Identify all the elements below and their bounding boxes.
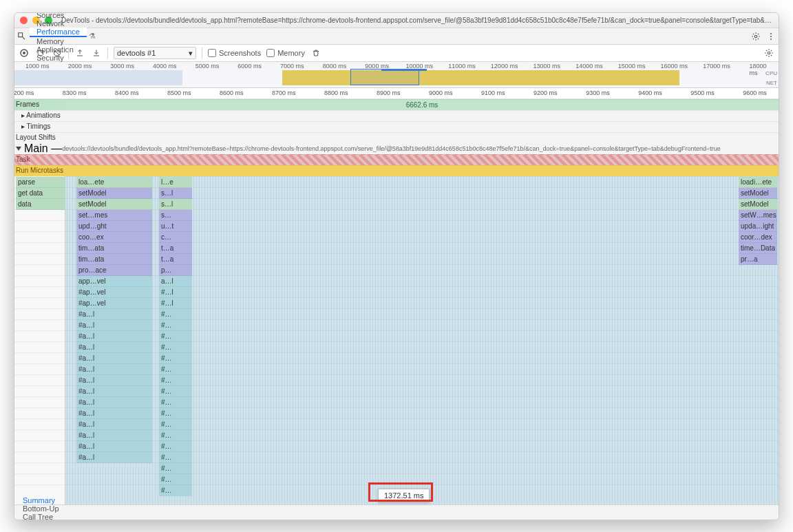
flame-row[interactable]: app…vela…l [14,275,779,286]
flame-cell[interactable]: #…l [159,287,192,298]
details-tab-summary[interactable]: Summary [14,496,67,504]
flame-cell[interactable]: setW…mes [739,210,777,221]
flame-cell[interactable]: #a…l [76,353,152,364]
flame-cell[interactable]: c… [159,232,192,243]
flame-cell[interactable]: s… [159,210,192,221]
flame-row[interactable]: #a…l#… [14,319,779,330]
memory-checkbox[interactable]: Memory [266,49,305,57]
flame-cell[interactable]: #… [159,353,192,364]
flame-cell[interactable]: #a…l [76,419,152,430]
flame-cell[interactable]: coor…dex [739,232,777,243]
tab-network[interactable]: Network [30,19,87,28]
flame-row[interactable]: #… [14,474,779,485]
flame-row[interactable]: #a…l#… [14,374,779,385]
flame-cell[interactable]: parse [16,177,65,188]
flame-row[interactable]: parseloa…etel…eloadi…ete [14,176,779,187]
flame-cell[interactable]: #ap…vel [76,287,152,298]
flame-row[interactable]: #a…l#… [14,363,779,374]
flame-cell[interactable]: #a…l [76,430,152,441]
flame-cell[interactable]: #a…l [76,386,152,397]
flame-cell[interactable]: pro…ace [76,265,152,276]
flame-cell[interactable]: #… [159,430,192,441]
layout-shifts-track[interactable]: Layout Shifts [14,132,779,143]
animations-track[interactable]: ▸ Animations [14,110,779,121]
flame-row[interactable]: #a…l#… [14,308,779,319]
flame-row[interactable]: #a…l#… [14,407,779,418]
flame-cell[interactable]: s…l [159,188,192,199]
flame-cell[interactable]: set…mes [76,210,152,221]
flame-row[interactable]: #a…l#… [14,440,779,451]
flame-cell[interactable]: #… [159,386,192,397]
flame-cell[interactable]: #… [159,441,192,452]
reload-icon[interactable] [35,47,46,58]
flame-cell[interactable]: #a…l [76,331,152,342]
flame-cell[interactable]: #… [159,309,192,320]
flame-cell[interactable]: #a…l [76,375,152,386]
trash-icon[interactable] [310,47,321,58]
flame-cell[interactable]: get data [16,188,65,199]
flame-row[interactable]: set…mess…setW…mes [14,209,779,220]
tab-sources[interactable]: Sources [30,12,87,19]
flame-row[interactable]: #ap…vel#…l [14,297,779,308]
flame-cell[interactable]: #a…l [76,408,152,419]
flame-cell[interactable]: #… [159,474,192,485]
download-icon[interactable] [91,47,102,58]
flame-cell[interactable]: setModel [76,199,152,210]
flame-cell[interactable]: #… [159,419,192,430]
flame-cell[interactable]: #… [159,331,192,342]
flame-cell[interactable]: data [16,199,65,210]
flame-row[interactable]: tim…atat…atime…Data [14,242,779,253]
flame-cell[interactable]: #ap…vel [76,298,152,309]
flame-cell[interactable]: #… [159,342,192,353]
flame-row[interactable]: pro…acep… [14,264,779,275]
flame-cell[interactable]: a…l [159,276,192,287]
details-tab-call-tree[interactable]: Call Tree [14,513,67,521]
profile-dropdown[interactable]: devtools #1 ▾ [114,47,196,59]
details-tab-bottom-up[interactable]: Bottom-Up [14,504,67,513]
upload-icon[interactable] [74,47,85,58]
flame-cell[interactable]: #…l [159,298,192,309]
flame-cell[interactable]: p… [159,265,192,276]
flame-cell[interactable]: tim…ata [76,254,152,265]
main-thread-header[interactable]: Main — devtools://devtools/bundled/devto… [14,143,779,154]
panel-settings-icon[interactable] [763,47,774,58]
flame-cell[interactable]: loa…ete [76,177,152,188]
flame-row[interactable]: #a…l#… [14,451,779,462]
flame-chart[interactable]: Frames 6662.6 ms ▸ Animations ▸ Timings … [14,99,779,515]
flame-cell[interactable]: coo…ex [76,232,152,243]
flame-row[interactable]: get datasetModels…lsetModel [14,187,779,198]
screenshots-checkbox[interactable]: Screenshots [208,49,261,57]
flame-row[interactable]: #a…l#… [14,396,779,407]
flame-cell[interactable]: #… [159,452,192,463]
flame-cell[interactable]: #a…l [76,452,152,463]
inspect-icon[interactable] [14,32,30,41]
flame-row[interactable]: #a…l#… [14,341,779,352]
task-row[interactable]: Task [14,154,779,165]
flame-cell[interactable]: u…t [159,221,192,232]
timings-track[interactable]: ▸ Timings [14,121,779,132]
flame-row[interactable]: tim…atat…apr…a [14,253,779,264]
flame-row[interactable]: #a…l#… [14,330,779,341]
settings-icon[interactable] [748,32,763,41]
flame-cell[interactable]: #a…l [76,397,152,408]
clear-icon[interactable] [52,47,63,58]
flame-cell[interactable]: #… [159,320,192,331]
flame-cell[interactable]: #a…l [76,441,152,452]
flame-cell[interactable]: app…vel [76,276,152,287]
flame-cell[interactable]: setModel [739,188,777,199]
flame-row[interactable]: #a…l#… [14,352,779,363]
flame-row[interactable]: #ap…vel#…l [14,286,779,297]
flame-cell[interactable]: t…a [159,254,192,265]
flame-ruler[interactable]: 8200 ms8300 ms8400 ms8500 ms8600 ms8700 … [14,88,779,99]
flame-row[interactable]: #… [14,462,779,474]
flame-cell[interactable]: loadi…ete [739,177,777,188]
tab-performance[interactable]: Performance [30,28,87,37]
flame-cell[interactable]: #a…l [76,320,152,331]
flame-cell[interactable]: setModel [76,188,152,199]
flame-row[interactable]: #a…l#… [14,385,779,396]
timeline-overview[interactable]: 1000 ms2000 ms3000 ms4000 ms5000 ms6000 … [14,62,779,88]
flame-row[interactable]: #a…l#… [14,418,779,429]
flame-cell[interactable]: #… [159,375,192,386]
flame-cell[interactable]: #… [159,408,192,419]
flame-cell[interactable]: #… [159,463,192,474]
